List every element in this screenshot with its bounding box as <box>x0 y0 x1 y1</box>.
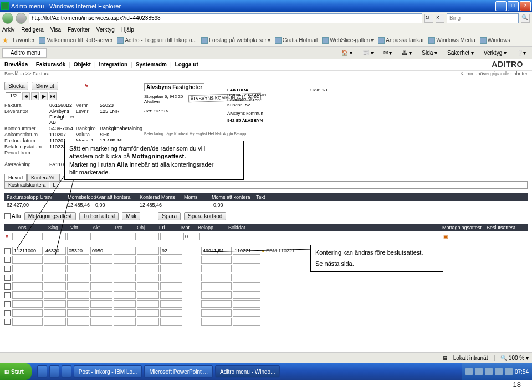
quicklaunch-2[interactable] <box>49 365 59 378</box>
home-icon[interactable]: 🏠 ▾ <box>337 48 356 58</box>
filter-slag[interactable] <box>44 233 66 240</box>
refresh-button[interactable]: ↻ <box>424 14 433 23</box>
search-box[interactable]: Bing <box>447 13 519 23</box>
zone-icon: 🖥 <box>442 355 448 361</box>
filter-akt[interactable] <box>90 233 112 240</box>
print-icon[interactable]: 🖶 ▾ <box>398 48 416 58</box>
page-next[interactable]: ▶ <box>40 92 48 100</box>
row-akt[interactable] <box>90 247 112 255</box>
menu-redigera[interactable]: Redigera <box>21 27 44 33</box>
tab-kontera[interactable]: Kontera/Att <box>27 174 60 181</box>
browser-tab[interactable]: Aditro menu <box>2 48 47 58</box>
tray-icon[interactable] <box>505 368 513 375</box>
apply-filter-icon[interactable]: ▣ <box>443 234 488 239</box>
fav-winmedia[interactable]: Windows Media <box>428 37 475 44</box>
kost-tab1[interactable]: Kostnadskontera <box>5 182 49 188</box>
nav-loggaut[interactable]: Logga ut <box>175 61 198 68</box>
filter-vht[interactable] <box>67 233 89 240</box>
filter-obj[interactable] <box>137 233 159 240</box>
page-indicator: 1/2 <box>6 92 21 100</box>
start-button[interactable]: ⊞ Start <box>0 363 32 380</box>
row-checkbox[interactable] <box>4 275 11 281</box>
help-icon[interactable]: ❔▾ <box>513 48 530 58</box>
row-checkbox[interactable] <box>4 266 11 272</box>
sparakortkod-button[interactable]: Spara kortkod <box>184 212 226 220</box>
nav-systemadm[interactable]: Systemadm <box>136 61 167 68</box>
back-button[interactable] <box>2 13 13 24</box>
stop-button[interactable]: × <box>436 14 444 23</box>
row-vht[interactable] <box>67 247 89 255</box>
row-checkbox[interactable] <box>4 283 11 290</box>
ie-security-menu[interactable]: Säkerhet ▾ <box>443 48 478 58</box>
feed-icon[interactable]: 📰 ▾ <box>359 48 377 58</box>
menu-favoriter[interactable]: Favoriter <box>68 27 89 33</box>
row-checkbox[interactable] <box>4 319 11 325</box>
ie-tools-menu[interactable]: Verktyg ▾ <box>480 48 510 58</box>
quicklaunch-3[interactable] <box>62 365 71 378</box>
ie-page-menu[interactable]: Sida ▾ <box>418 48 441 58</box>
row-slag[interactable] <box>44 247 66 255</box>
favorites-icon[interactable]: ★ <box>2 37 8 44</box>
nav-fakturasok[interactable]: Fakturasök <box>36 61 65 68</box>
kost-tab2[interactable]: L <box>50 182 59 188</box>
tray-icon[interactable] <box>465 368 473 375</box>
task-powerpoint[interactable]: Microsoft PowerPoint ... <box>144 365 213 378</box>
forward-button[interactable] <box>16 13 27 24</box>
spara-button[interactable]: Spara <box>158 212 181 220</box>
close-button[interactable]: × <box>520 1 531 11</box>
address-bar[interactable]: http://lof/Aditromenu/imservices.aspx?id… <box>29 13 422 23</box>
nav-brevlada[interactable]: Brevlåda <box>4 61 28 68</box>
menu-hjalp[interactable]: Hjälp <box>121 27 134 33</box>
mail-icon[interactable]: ✉ ▾ <box>380 48 396 58</box>
task-lotus[interactable]: Post - Inkorg - IBM Lo... <box>74 365 142 378</box>
skrivut-button[interactable]: Skriv ut <box>32 82 58 90</box>
menu-visa[interactable]: Visa <box>50 27 61 33</box>
row-obj[interactable] <box>137 247 159 255</box>
menu-arkiv[interactable]: Arkiv <box>2 27 14 33</box>
search-button[interactable]: 🔍 <box>521 14 530 23</box>
mak-button[interactable]: Mak <box>122 212 140 220</box>
checkbox-alla[interactable]: Alla <box>4 213 21 220</box>
tray-icon[interactable] <box>475 368 483 375</box>
fav-hotmail[interactable]: Gratis Hotmail <box>275 37 318 44</box>
tray-icon[interactable] <box>495 368 503 375</box>
row-checkbox[interactable] <box>4 301 11 307</box>
row-ans[interactable] <box>12 247 43 255</box>
page-first[interactable]: ⏮ <box>22 92 30 100</box>
row-checkbox[interactable] <box>4 292 11 298</box>
status-zoom[interactable]: 🔍 100 % ▾ <box>500 355 529 361</box>
row-pro[interactable] <box>114 247 136 255</box>
page-last[interactable]: ⏭ <box>49 92 57 100</box>
fav-ror[interactable]: Välkommen till RoR-server <box>39 37 112 44</box>
skicka-button[interactable]: Skicka <box>4 82 28 90</box>
fav-anpassa[interactable]: Anpassa länkar <box>378 37 424 44</box>
filter-icon[interactable]: ▼ <box>4 234 11 239</box>
flag-icon[interactable]: ⚑ <box>84 83 89 89</box>
row-checkbox[interactable] <box>4 257 11 263</box>
fav-aditro-login[interactable]: Aditro - Logga in till Inköp o... <box>117 37 197 44</box>
fav-windows[interactable]: Windows <box>480 37 510 44</box>
row-bokfdat[interactable] <box>233 247 260 255</box>
mottagningsattest-button[interactable]: Mottagningsattest <box>24 212 76 220</box>
nav-objekt[interactable]: Objekt <box>74 61 91 68</box>
filter-pro[interactable] <box>114 233 136 240</box>
quicklaunch-1[interactable] <box>37 365 47 378</box>
task-aditro[interactable]: Aditro menu - Windo... <box>215 365 280 378</box>
maximize-button[interactable]: □ <box>508 1 519 11</box>
filter-ans[interactable] <box>12 233 43 240</box>
tab-huvud[interactable]: Huvud <box>4 174 27 181</box>
tray-icon[interactable] <box>485 368 493 375</box>
tabortattest-button[interactable]: Ta bort attest <box>79 212 119 220</box>
fav-suggest[interactable]: Förslag på webbplatser ▾ <box>201 37 270 44</box>
page-prev[interactable]: ◀ <box>31 92 39 100</box>
filter-fri[interactable] <box>160 233 182 240</box>
fav-webslice[interactable]: WebSlice-galleri ▾ <box>322 37 374 44</box>
row-checkbox[interactable] <box>4 248 11 254</box>
row-belopp[interactable] <box>201 247 232 255</box>
row-fri[interactable] <box>160 247 182 255</box>
filter-mot[interactable] <box>183 233 200 240</box>
menu-verktyg[interactable]: Verktyg <box>96 27 115 33</box>
row-checkbox[interactable] <box>4 310 11 316</box>
minimize-button[interactable]: _ <box>495 1 507 11</box>
nav-integration[interactable]: Integration <box>99 61 128 68</box>
